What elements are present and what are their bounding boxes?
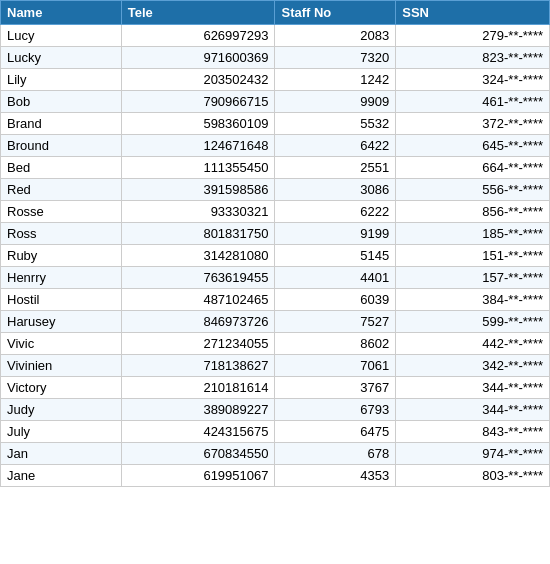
cell-tele: 801831750 — [121, 223, 275, 245]
cell-tele: 210181614 — [121, 377, 275, 399]
cell-tele: 203502432 — [121, 69, 275, 91]
cell-staff: 9909 — [275, 91, 396, 113]
cell-name: Ruby — [1, 245, 122, 267]
cell-staff: 3086 — [275, 179, 396, 201]
cell-staff: 5532 — [275, 113, 396, 135]
cell-staff: 2083 — [275, 25, 396, 47]
cell-name: Rosse — [1, 201, 122, 223]
cell-name: Ross — [1, 223, 122, 245]
cell-staff: 1242 — [275, 69, 396, 91]
cell-staff: 7527 — [275, 311, 396, 333]
cell-tele: 670834550 — [121, 443, 275, 465]
cell-ssn: 384-**-**** — [396, 289, 550, 311]
cell-tele: 314281080 — [121, 245, 275, 267]
cell-staff: 6222 — [275, 201, 396, 223]
cell-tele: 391598586 — [121, 179, 275, 201]
table-row: Ruby3142810805145151-**-**** — [1, 245, 550, 267]
cell-staff: 678 — [275, 443, 396, 465]
table-row: Jane6199510674353803-**-**** — [1, 465, 550, 487]
header-ssn: SSN — [396, 1, 550, 25]
cell-ssn: 185-**-**** — [396, 223, 550, 245]
table-row: Bround1246716486422645-**-**** — [1, 135, 550, 157]
cell-ssn: 344-**-**** — [396, 377, 550, 399]
table-row: Victory2101816143767344-**-**** — [1, 377, 550, 399]
table-row: Rosse933303216222856-**-**** — [1, 201, 550, 223]
table-row: Henrry7636194554401157-**-**** — [1, 267, 550, 289]
table-row: July4243156756475843-**-**** — [1, 421, 550, 443]
cell-name: Bob — [1, 91, 122, 113]
cell-ssn: 344-**-**** — [396, 399, 550, 421]
cell-staff: 4353 — [275, 465, 396, 487]
cell-ssn: 645-**-**** — [396, 135, 550, 157]
cell-ssn: 372-**-**** — [396, 113, 550, 135]
cell-ssn: 151-**-**** — [396, 245, 550, 267]
table-row: Bed1113554502551664-**-**** — [1, 157, 550, 179]
cell-name: Bed — [1, 157, 122, 179]
table-row: Bob7909667159909461-**-**** — [1, 91, 550, 113]
cell-tele: 718138627 — [121, 355, 275, 377]
cell-tele: 763619455 — [121, 267, 275, 289]
cell-name: Red — [1, 179, 122, 201]
table-row: Lucy6269972932083279-**-**** — [1, 25, 550, 47]
cell-name: Judy — [1, 399, 122, 421]
cell-ssn: 599-**-**** — [396, 311, 550, 333]
cell-tele: 271234055 — [121, 333, 275, 355]
cell-ssn: 342-**-**** — [396, 355, 550, 377]
cell-tele: 389089227 — [121, 399, 275, 421]
table-row: Harusey8469737267527599-**-**** — [1, 311, 550, 333]
cell-ssn: 664-**-**** — [396, 157, 550, 179]
cell-name: Brand — [1, 113, 122, 135]
table-row: Judy3890892276793344-**-**** — [1, 399, 550, 421]
cell-ssn: 843-**-**** — [396, 421, 550, 443]
cell-tele: 424315675 — [121, 421, 275, 443]
cell-staff: 5145 — [275, 245, 396, 267]
cell-ssn: 856-**-**** — [396, 201, 550, 223]
cell-name: July — [1, 421, 122, 443]
cell-ssn: 974-**-**** — [396, 443, 550, 465]
cell-tele: 111355450 — [121, 157, 275, 179]
cell-tele: 846973726 — [121, 311, 275, 333]
table-row: Red3915985863086556-**-**** — [1, 179, 550, 201]
cell-staff: 6039 — [275, 289, 396, 311]
cell-staff: 3767 — [275, 377, 396, 399]
cell-ssn: 279-**-**** — [396, 25, 550, 47]
table-row: Brand5983601095532372-**-**** — [1, 113, 550, 135]
cell-tele: 626997293 — [121, 25, 275, 47]
cell-staff: 4401 — [275, 267, 396, 289]
cell-ssn: 324-**-**** — [396, 69, 550, 91]
table-row: Lily2035024321242324-**-**** — [1, 69, 550, 91]
cell-tele: 124671648 — [121, 135, 275, 157]
cell-name: Bround — [1, 135, 122, 157]
cell-tele: 93330321 — [121, 201, 275, 223]
table-row: Vivic2712340558602442-**-**** — [1, 333, 550, 355]
cell-staff: 7061 — [275, 355, 396, 377]
cell-name: Lily — [1, 69, 122, 91]
cell-tele: 971600369 — [121, 47, 275, 69]
cell-tele: 619951067 — [121, 465, 275, 487]
cell-name: Vivinien — [1, 355, 122, 377]
table-row: Lucky9716003697320823-**-**** — [1, 47, 550, 69]
cell-name: Victory — [1, 377, 122, 399]
cell-staff: 6422 — [275, 135, 396, 157]
data-table: Name Tele Staff No SSN Lucy6269972932083… — [0, 0, 550, 487]
cell-ssn: 461-**-**** — [396, 91, 550, 113]
cell-name: Vivic — [1, 333, 122, 355]
cell-name: Harusey — [1, 311, 122, 333]
cell-staff: 9199 — [275, 223, 396, 245]
cell-ssn: 823-**-**** — [396, 47, 550, 69]
table-body: Lucy6269972932083279-**-****Lucky9716003… — [1, 25, 550, 487]
cell-staff: 8602 — [275, 333, 396, 355]
cell-staff: 7320 — [275, 47, 396, 69]
cell-name: Lucy — [1, 25, 122, 47]
cell-ssn: 442-**-**** — [396, 333, 550, 355]
cell-name: Jan — [1, 443, 122, 465]
cell-ssn: 556-**-**** — [396, 179, 550, 201]
cell-name: Lucky — [1, 47, 122, 69]
cell-ssn: 157-**-**** — [396, 267, 550, 289]
cell-tele: 487102465 — [121, 289, 275, 311]
table-row: Ross8018317509199185-**-**** — [1, 223, 550, 245]
cell-name: Hostil — [1, 289, 122, 311]
cell-staff: 6793 — [275, 399, 396, 421]
cell-tele: 790966715 — [121, 91, 275, 113]
cell-staff: 2551 — [275, 157, 396, 179]
